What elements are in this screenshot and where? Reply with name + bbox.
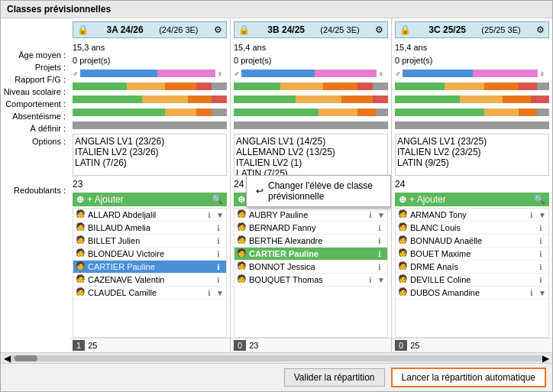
scroll-3a-1: ▼ <box>216 211 224 219</box>
header-3b: 🔒 3B 24/25 (24/25 3E) ⚙ <box>234 21 388 38</box>
scroll-3b-1: ▼ <box>377 211 385 219</box>
add-bar-3a[interactable]: ⊕ + Ajouter 🔍 <box>73 193 227 206</box>
option-2-3c: ITALIEN LV2 (23/25) <box>397 147 547 157</box>
gender-bar-3b: ♂ ♀ <box>234 67 388 79</box>
horizontal-scrollbar[interactable]: ◀ ▶ <box>1 352 552 363</box>
side-labels: Âge moyen : Projets : Rapport F/G : Nive… <box>1 18 70 352</box>
student-billaud[interactable]: 🧑 BILLAUD Amelia ℹ <box>73 222 226 235</box>
header-3c: 🔒 3C 25/25 (25/25 3E) ⚙ <box>395 21 549 38</box>
info-btn-bonnot[interactable]: ℹ <box>374 263 385 271</box>
niveau-label: Niveau scolaire : <box>1 86 70 98</box>
absenteisme-bar-3c <box>395 106 549 118</box>
projets-val-3c: 0 projet(s) <box>395 56 433 65</box>
student-name-bonnot: BONNOT Jessica <box>249 262 373 271</box>
student-billet[interactable]: 🧑 BILLET Julien ℹ <box>73 235 226 248</box>
info-btn-deville[interactable]: ℹ <box>535 276 546 284</box>
redoublants-label: Redoublants : <box>1 184 70 196</box>
student-bouet[interactable]: 🧑 BOUET Maxime ℹ <box>396 248 548 261</box>
student-icon-cartier-3b: 🧑 <box>237 248 247 259</box>
student-armand[interactable]: 🧑 ARMAND Tony ℹ ▼ <box>396 209 548 222</box>
projets-label: Projets : <box>1 61 70 73</box>
student-cazenave[interactable]: 🧑 CAZENAVE Valentin ℹ <box>73 274 226 287</box>
student-cartier-3a[interactable]: 🧑 CARTIER Pauline ℹ <box>73 261 226 274</box>
info-btn-billaud[interactable]: ℹ <box>213 224 224 232</box>
info-btn-allard[interactable]: ℹ <box>204 211 215 219</box>
info-btn-bonnaud[interactable]: ℹ <box>535 237 546 245</box>
info-btn-bouquet[interactable]: ℹ <box>365 276 376 284</box>
student-bernard[interactable]: 🧑 BERNARD Fanny ℹ <box>234 222 387 235</box>
student-name-deville: DEVILLE Coline <box>410 275 534 284</box>
info-btn-blanc[interactable]: ℹ <box>535 224 546 232</box>
info-btn-billet[interactable]: ℹ <box>213 237 224 245</box>
title-bar: Classes prévisionnelles <box>1 1 552 18</box>
student-bonnot[interactable]: 🧑 BONNOT Jessica ℹ <box>234 261 387 274</box>
student-name-drme: DRME Anaïs <box>410 262 534 271</box>
option-1-3a: ANGLAIS LV1 (23/26) <box>75 136 225 147</box>
student-cartier-3b[interactable]: 🧑 CARTIER Pauline ℹ <box>234 248 387 261</box>
student-list-3b: 🧑 AUBRY Pauline ℹ ▼ 🧑 BERNARD Fanny ℹ 🧑 <box>234 208 388 338</box>
female-icon-3a: ♀ <box>217 70 223 77</box>
student-berthe[interactable]: 🧑 BERTHE Alexandre ℹ <box>234 235 387 248</box>
search-icon-3c[interactable]: 🔍 <box>534 194 545 205</box>
count-3a: 25 <box>88 341 97 350</box>
age-val-3b: 15,4 ans <box>234 43 266 52</box>
validate-button[interactable]: Valider la répartition <box>284 368 385 387</box>
info-btn-berthe[interactable]: ℹ <box>374 237 385 245</box>
student-list-3a: 🧑 ALLARD Abdeljalil ℹ ▼ 🧑 BILLAUD Amelia… <box>73 208 227 338</box>
lock-icon-3b: 🔒 <box>238 24 250 35</box>
student-icon-deville: 🧑 <box>398 274 409 285</box>
scroll-right-arrow[interactable]: ▶ <box>542 353 549 364</box>
student-drme[interactable]: 🧑 DRME Anaïs ℹ <box>396 261 548 274</box>
scroll-3b-end[interactable]: ▼ <box>377 276 385 284</box>
gear-icon-3b[interactable]: ⚙ <box>375 24 383 35</box>
info-btn-aubry[interactable]: ℹ <box>365 211 376 219</box>
search-icon-3a[interactable]: 🔍 <box>212 194 223 205</box>
context-menu-change-class[interactable]: ↩ Changer l'élève de classe prévisionnel… <box>247 177 390 205</box>
info-btn-drme[interactable]: ℹ <box>535 263 546 271</box>
auto-button[interactable]: Lancer la répartition automatique <box>391 368 546 387</box>
redoublants-val-3a: 23 <box>73 179 82 190</box>
adefinir-bar-3a <box>73 119 227 131</box>
info-btn-cazenave[interactable]: ℹ <box>213 276 224 284</box>
student-name-claudel: CLAUDEL Camille <box>88 288 202 297</box>
student-aubry[interactable]: 🧑 AUBRY Pauline ℹ ▼ <box>234 209 387 222</box>
options-3a: ANGLAIS LV1 (23/26) ITALIEN LV2 (23/26) … <box>70 132 230 177</box>
gear-icon-3a[interactable]: ⚙ <box>214 24 222 35</box>
student-blondeau[interactable]: 🧑 BLONDEAU Victoire ℹ <box>73 248 226 261</box>
adefinir-label: À définir : <box>1 122 70 134</box>
info-btn-bernard[interactable]: ℹ <box>374 224 385 232</box>
student-icon-drme: 🧑 <box>398 261 409 272</box>
scroll-thumb[interactable] <box>15 355 37 361</box>
student-bouquet[interactable]: 🧑 BOUQUET Thomas ℹ ▼ <box>234 274 387 287</box>
info-btn-claudel[interactable]: ℹ <box>204 289 215 297</box>
student-claudel[interactable]: 🧑 CLAUDEL Camille ℹ ▼ <box>73 287 226 300</box>
scroll-track[interactable] <box>11 355 542 361</box>
student-bonnaud[interactable]: 🧑 BONNAUD Anaëlle ℹ <box>396 235 548 248</box>
info-btn-cartier-3a[interactable]: ℹ <box>213 263 224 271</box>
info-btn-blondeau[interactable]: ℹ <box>213 250 224 258</box>
count-3b: 23 <box>249 341 258 350</box>
info-btn-armand[interactable]: ℹ <box>526 211 537 219</box>
rapport-label: Rapport F/G : <box>1 73 70 86</box>
student-name-billet: BILLET Julien <box>88 236 212 245</box>
scroll-left-arrow[interactable]: ◀ <box>4 353 11 364</box>
student-dubos[interactable]: 🧑 DUBOS Amandine ℹ ▼ <box>396 287 548 300</box>
student-blanc[interactable]: 🧑 BLANC Louis ℹ <box>396 222 548 235</box>
student-icon-claudel: 🧑 <box>76 287 86 298</box>
gear-icon-3c[interactable]: ⚙ <box>536 24 545 35</box>
panel-3c: 🔒 3C 25/25 (25/25 3E) ⚙ 15,4 ans 0 proje… <box>392 18 552 352</box>
add-icon-3a: ⊕ <box>76 194 84 205</box>
scroll-3a-end[interactable]: ▼ <box>216 289 224 297</box>
info-btn-dubos[interactable]: ℹ <box>526 289 537 297</box>
info-btn-cartier-3b[interactable]: ℹ <box>374 250 385 258</box>
projets-val-3a: 0 projet(s) <box>73 56 111 65</box>
info-btn-bouet[interactable]: ℹ <box>535 250 546 258</box>
add-label-3c: + Ajouter <box>409 194 446 205</box>
student-deville[interactable]: 🧑 DEVILLE Coline ℹ <box>396 274 548 287</box>
adefinir-bar-3c <box>395 119 549 131</box>
student-allard[interactable]: 🧑 ALLARD Abdeljalil ℹ ▼ <box>73 209 226 222</box>
add-bar-3c[interactable]: ⊕ + Ajouter 🔍 <box>395 193 549 206</box>
scroll-3c-end[interactable]: ▼ <box>538 289 546 297</box>
student-icon-aubry: 🧑 <box>237 209 247 220</box>
student-icon-blanc: 🧑 <box>398 222 409 233</box>
